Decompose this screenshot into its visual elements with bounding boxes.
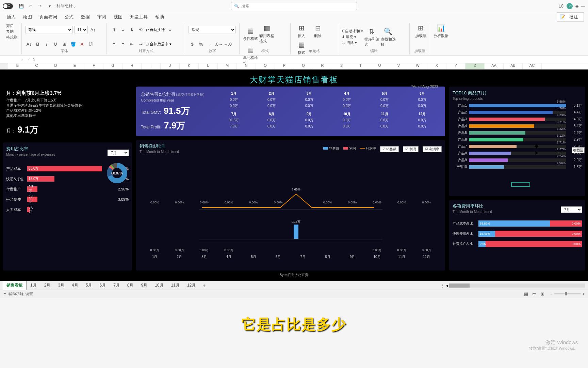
align-middle-icon[interactable]: ≡ — [119, 26, 127, 33]
sort-filter-button[interactable]: ⇅排序和筛选 — [364, 27, 379, 47]
minimize-icon[interactable]: — — [581, 4, 585, 9]
number-format-select[interactable]: 常规 — [189, 26, 236, 33]
sheet-tab[interactable]: 6月 — [96, 281, 110, 289]
underline-icon[interactable]: U — [52, 40, 59, 48]
check-profit[interactable]: ☑ 利润 — [403, 146, 419, 152]
normal-view-icon[interactable]: ▦ — [522, 290, 530, 298]
windows-watermark: 激活 Windows 转到"设置"以激活 Windows。 — [529, 339, 578, 351]
addins-button[interactable]: ⊞加载项 — [413, 23, 428, 39]
find-select-button[interactable]: 🔍查找和选择 — [381, 27, 396, 47]
font-name-select[interactable]: 等线 — [25, 26, 73, 33]
sheet-tab[interactable]: 5月 — [82, 281, 96, 289]
page-layout-icon[interactable]: ▭ — [530, 290, 538, 298]
zoom-out-icon[interactable]: − — [550, 292, 552, 296]
expense-month-select[interactable]: 7月 — [108, 150, 129, 156]
sheet-tab[interactable]: 2月 — [40, 281, 54, 289]
tab-formulas[interactable]: 公式 — [62, 13, 76, 21]
comma-icon[interactable]: , — [206, 40, 214, 48]
tab-data[interactable]: 数据 — [78, 13, 93, 21]
tab-help[interactable]: 帮助 — [152, 13, 167, 21]
fx-icon[interactable]: fx — [32, 58, 35, 62]
sheet-tab[interactable]: 7月 — [110, 281, 124, 289]
italic-icon[interactable]: I — [43, 40, 50, 48]
zoom-slider[interactable] — [554, 293, 581, 294]
copy-button[interactable]: 复制 — [6, 29, 18, 34]
qat-dropdown-icon[interactable]: ▾ — [46, 2, 54, 10]
fill-button[interactable]: ⬇ 填充 ▾ — [342, 34, 363, 40]
sheet-tab[interactable]: 11月 — [167, 281, 183, 289]
sheet-tab[interactable]: 1月 — [27, 281, 40, 289]
workbook-name[interactable]: 利润总计 ⌄ — [54, 3, 78, 9]
tab-layout[interactable]: 页面布局 — [37, 13, 60, 21]
tab-review[interactable]: 审阅 — [95, 13, 109, 21]
phonetic-icon[interactable]: 拼 — [87, 40, 95, 48]
align-bottom-icon[interactable]: ⬇ — [128, 26, 135, 33]
decrease-decimal-icon[interactable]: ←.0 — [224, 40, 231, 48]
cell-styles-button[interactable]: ▦单元格样式 — [243, 45, 258, 65]
autosave-toggle[interactable]: 关 — [3, 3, 13, 9]
clear-button[interactable]: ◇ 清除 ▾ — [342, 40, 363, 45]
search-input[interactable]: 🔍 搜索 — [231, 2, 357, 10]
bold-icon[interactable]: B — [34, 40, 42, 48]
decrease-font-icon[interactable]: A↓ — [25, 40, 33, 48]
tab-developer[interactable]: 开发工具 — [127, 13, 150, 21]
sheet-tab[interactable]: 12月 — [183, 281, 199, 289]
comments-button[interactable]: 📝 批注 — [557, 12, 584, 22]
font-size-select[interactable]: 11 — [74, 26, 88, 33]
sheet-tab[interactable]: 10月 — [151, 281, 167, 289]
save-icon[interactable]: 💾 — [17, 2, 25, 10]
sheet-tab[interactable]: 3月 — [54, 281, 68, 289]
accessibility-icon[interactable]: ✦ — [3, 292, 6, 296]
align-top-icon[interactable]: ⬆ — [110, 26, 118, 33]
percent-icon[interactable]: % — [197, 40, 205, 48]
font-color-icon[interactable]: A — [78, 40, 86, 48]
indent-left-icon[interactable]: ⇤ — [128, 40, 135, 48]
insert-cells-button[interactable]: ⊞插入 — [294, 23, 309, 39]
hscroll-left-icon[interactable]: ◂ — [446, 283, 448, 288]
merge-button[interactable]: ⊞ 合并后居中 ▾ — [146, 42, 172, 47]
align-right-icon[interactable]: ≡ — [119, 40, 127, 48]
diamond-icon[interactable]: ◈ — [575, 4, 578, 9]
ribbon: 剪切 复制 格式刷 等线 11 A↑ A↓ B I U ⊞ 🪣 A 拼 字体 ⬆… — [0, 22, 588, 56]
wrap-text-button[interactable]: ↩ 自动换行 — [146, 27, 165, 32]
cut-button[interactable]: 剪切 — [6, 23, 18, 28]
group-label-number: 数字 — [185, 48, 239, 53]
analyze-button[interactable]: 📊分析数据 — [434, 23, 448, 39]
avatar[interactable]: LC — [567, 3, 573, 9]
table-format-button[interactable]: ▦套用表格格式 — [259, 23, 274, 44]
tab-draw[interactable]: 绘图 — [20, 13, 35, 21]
expense-row: 付费推广 2.7万 2.96% — [6, 186, 129, 192]
column-headers[interactable]: BCDEFGHIJKLMNOPQRSTUVWXYZAAABAC — [0, 63, 588, 70]
border-icon[interactable]: ⊞ — [61, 40, 68, 48]
currency-icon[interactable]: $ — [189, 40, 196, 48]
sheet-tab[interactable]: 8月 — [124, 281, 137, 289]
fill-color-icon[interactable]: 🪣 — [69, 40, 77, 48]
ratio-row: 快递费用占比 16.43%0.00% — [453, 231, 582, 237]
align-center-icon[interactable]: ≡ — [110, 40, 118, 48]
add-sheet-button[interactable]: + — [199, 281, 209, 290]
delete-cells-button[interactable]: ⊟删除 — [310, 23, 325, 39]
indent-right-icon[interactable]: ⇥ — [137, 40, 144, 48]
increase-font-icon[interactable]: A↑ — [89, 26, 97, 33]
check-sales[interactable]: ☑ 销售额 — [380, 146, 399, 152]
increase-decimal-icon[interactable]: .0→ — [215, 40, 223, 48]
horizontal-scrollbar[interactable] — [449, 283, 585, 288]
conditional-format-button[interactable]: ▦条件格式 — [243, 26, 258, 41]
tab-insert[interactable]: 插入 — [4, 13, 18, 21]
align-left-icon[interactable]: ≡ — [166, 26, 174, 33]
format-painter-button[interactable]: 格式刷 — [6, 35, 18, 40]
redo-icon[interactable]: ↷ — [36, 2, 44, 10]
formula-input[interactable] — [38, 57, 586, 62]
sheet-tab-active[interactable]: 销售看板 — [3, 281, 27, 290]
zoom-in-icon[interactable]: + — [583, 292, 585, 296]
orientation-icon[interactable]: ⟲ — [137, 26, 144, 33]
tab-view[interactable]: 视图 — [111, 13, 125, 21]
sheet-tab[interactable]: 4月 — [68, 281, 82, 289]
undo-icon[interactable]: ↶ — [27, 2, 35, 10]
sheet-tab[interactable]: 9月 — [137, 281, 151, 289]
dashboard-canvas[interactable]: 大财掌天猫店销售看板 *As of Aug 2023 月：利润较6月上涨3.7%… — [0, 70, 588, 281]
autosum-button[interactable]: Σ 自动求和 ▾ — [342, 29, 363, 34]
page-break-icon[interactable]: ⊞ — [539, 290, 546, 298]
ratio-month-select[interactable]: 7月 — [561, 206, 582, 213]
check-rate[interactable]: ☑ 利润率 — [423, 146, 442, 152]
